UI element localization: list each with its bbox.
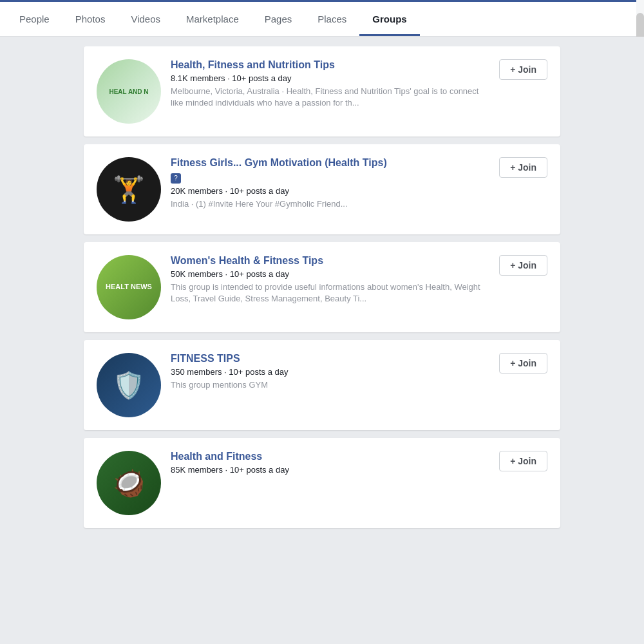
group-description: This group is intended to provide useful… xyxy=(171,281,489,305)
group-members: 50K members · 10+ posts a day xyxy=(171,269,489,279)
scrollbar-track[interactable] xyxy=(636,0,644,37)
join-button[interactable]: + Join xyxy=(499,353,547,374)
group-card: Health and Fitness85K members · 10+ post… xyxy=(84,438,560,528)
group-name-link[interactable]: Health, Fitness and Nutrition Tips xyxy=(171,59,489,71)
group-avatar-group-1[interactable] xyxy=(97,59,161,124)
tab-marketplace[interactable]: Marketplace xyxy=(173,2,252,36)
group-description: This group mentions GYM xyxy=(171,379,489,391)
group-info: Fitness Girls... Gym Motivation (Health … xyxy=(171,157,489,210)
group-members: 20K members · 10+ posts a day xyxy=(171,186,489,196)
group-avatar-group-5[interactable] xyxy=(97,451,161,515)
group-members: 85K members · 10+ posts a day xyxy=(171,465,489,475)
groups-results: Health, Fitness and Nutrition Tips8.1K m… xyxy=(0,37,644,545)
group-info: Health, Fitness and Nutrition Tips8.1K m… xyxy=(171,59,489,109)
group-card: Fitness Girls... Gym Motivation (Health … xyxy=(84,144,560,234)
group-avatar-group-4[interactable] xyxy=(97,353,161,417)
group-members: 350 members · 10+ posts a day xyxy=(171,367,489,377)
group-members: 8.1K members · 10+ posts a day xyxy=(171,73,489,83)
group-name-link[interactable]: Health and Fitness xyxy=(171,451,489,462)
group-avatar-group-2[interactable] xyxy=(97,157,161,222)
group-description: India · (1) #Invite Here Your #Gymholic … xyxy=(171,198,489,210)
group-name-link[interactable]: Fitness Girls... Gym Motivation (Health … xyxy=(171,157,489,169)
tab-groups[interactable]: Groups xyxy=(359,2,419,36)
tab-places[interactable]: Places xyxy=(305,2,359,36)
group-card: Health, Fitness and Nutrition Tips8.1K m… xyxy=(84,46,560,137)
join-button[interactable]: + Join xyxy=(499,157,547,178)
join-button[interactable]: + Join xyxy=(499,451,547,471)
group-name-link[interactable]: FITNESS TIPS xyxy=(171,353,489,365)
tab-pages[interactable]: Pages xyxy=(252,2,305,36)
group-avatar-group-3[interactable] xyxy=(97,255,161,319)
group-info: Women's Health & Fitness Tips50K members… xyxy=(171,255,489,305)
join-button[interactable]: + Join xyxy=(499,255,547,276)
tab-photos[interactable]: Photos xyxy=(62,2,118,36)
join-button[interactable]: + Join xyxy=(499,59,547,80)
group-name-link[interactable]: Women's Health & Fitness Tips xyxy=(171,255,489,267)
tab-videos[interactable]: Videos xyxy=(118,2,173,36)
groups-list: Health, Fitness and Nutrition Tips8.1K m… xyxy=(84,46,560,528)
group-card: Women's Health & Fitness Tips50K members… xyxy=(84,242,560,332)
group-card: FITNESS TIPS350 members · 10+ posts a da… xyxy=(84,340,560,430)
tab-people[interactable]: People xyxy=(6,2,62,36)
group-info: Health and Fitness85K members · 10+ post… xyxy=(171,451,489,477)
search-filter-tabs: People Photos Videos Marketplace Pages P… xyxy=(0,2,644,36)
group-description: Melbourne, Victoria, Australia · Health,… xyxy=(171,86,489,109)
group-badge: ? xyxy=(171,173,181,184)
scrollbar-thumb[interactable] xyxy=(636,13,644,37)
group-info: FITNESS TIPS350 members · 10+ posts a da… xyxy=(171,353,489,391)
